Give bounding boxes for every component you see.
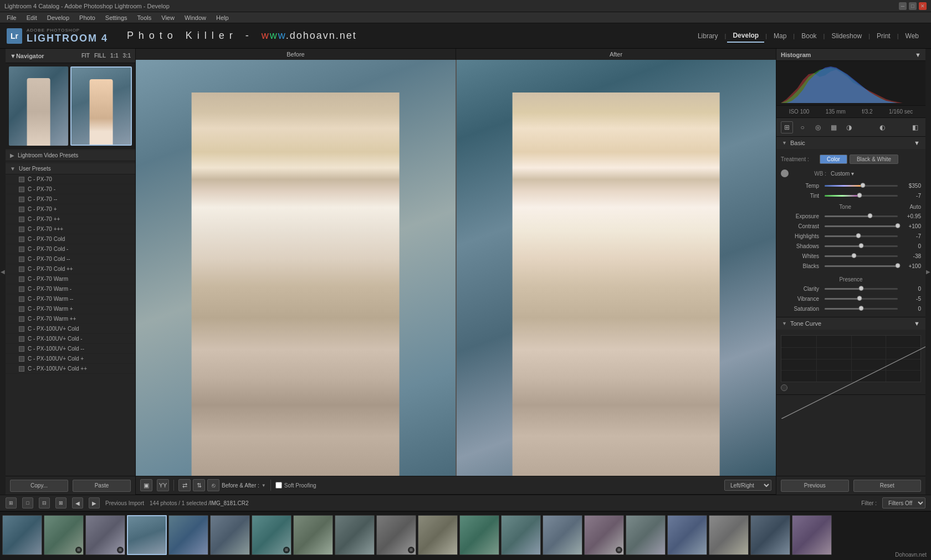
preset-item-16[interactable]: C - PX-100UV+ Cold <box>6 324 135 334</box>
right-edge-collapse[interactable]: ▶ <box>925 49 931 495</box>
wb-eyedropper-icon[interactable] <box>781 169 789 177</box>
preset-item-13[interactable]: C - PX-70 Warm -- <box>6 294 135 304</box>
tone-auto-btn[interactable]: Auto <box>909 204 921 210</box>
module-map[interactable]: Map <box>768 30 792 42</box>
film-thumb-19[interactable] <box>750 515 790 555</box>
next-photo-btn[interactable]: ▶ <box>89 497 100 508</box>
film-thumb-9[interactable] <box>335 515 375 555</box>
module-slideshow[interactable]: Slideshow <box>826 30 867 42</box>
film-thumb-13[interactable] <box>501 515 541 555</box>
film-thumb-16[interactable] <box>626 515 666 555</box>
adjust-brush-tool[interactable]: ◐ <box>858 121 906 133</box>
histogram-expand-icon[interactable]: ▼ <box>915 52 921 58</box>
preset-item-6[interactable]: C - PX-70 +++ <box>6 224 135 234</box>
before-after-tool[interactable]: ◧ <box>909 121 921 133</box>
crop-tool[interactable]: ⊞ <box>781 121 793 133</box>
graduated-filter-tool[interactable]: ▦ <box>827 121 840 133</box>
film-thumb-6[interactable] <box>210 515 250 555</box>
film-thumb-5[interactable] <box>168 515 208 555</box>
nav-thumb-after[interactable] <box>70 66 132 146</box>
zoom-1-1[interactable]: 1:1 <box>110 53 118 59</box>
maximize-btn[interactable]: □ <box>909 2 917 10</box>
spot-removal-tool[interactable]: ○ <box>796 121 809 133</box>
module-print[interactable]: Print <box>871 30 896 42</box>
view-side-btn[interactable]: YY <box>157 479 169 491</box>
tone-curve-canvas[interactable] <box>781 335 921 382</box>
zoom-fit[interactable]: FIT <box>81 53 90 59</box>
preset-item-4[interactable]: C - PX-70 + <box>6 204 135 214</box>
film-thumb-12[interactable] <box>459 515 499 555</box>
film-thumb-10[interactable]: ⊞ <box>376 515 416 555</box>
menu-help[interactable]: Help <box>212 13 233 22</box>
clarity-slider[interactable] <box>825 288 898 290</box>
zoom-fill[interactable]: FILL <box>94 53 106 59</box>
preset-section-user-header[interactable]: ▼ User Presets <box>6 163 135 174</box>
basic-section-header[interactable]: ▼ Basic ▼ <box>776 137 925 149</box>
exposure-slider[interactable] <box>825 215 898 217</box>
film-thumb-1[interactable] <box>2 515 42 555</box>
prev-photo-btn[interactable]: ◀ <box>72 497 83 508</box>
tone-curve-header[interactable]: ▼ Tone Curve ▼ <box>776 317 925 330</box>
film-thumb-3[interactable]: ⊞ <box>85 515 125 555</box>
nav-thumb-before[interactable] <box>9 66 68 146</box>
zoom-3-1[interactable]: 3:1 <box>123 53 131 59</box>
preset-item-10[interactable]: C - PX-70 Cold ++ <box>6 264 135 274</box>
left-edge-collapse[interactable]: ◀ <box>0 49 6 495</box>
preset-item-20[interactable]: C - PX-100UV+ Cold ++ <box>6 364 135 374</box>
highlights-slider[interactable] <box>825 235 898 237</box>
preset-item-19[interactable]: C - PX-100UV+ Cold + <box>6 354 135 364</box>
preset-item-12[interactable]: C - PX-70 Warm - <box>6 284 135 294</box>
blacks-slider[interactable] <box>825 265 898 267</box>
redeye-tool[interactable]: ◎ <box>812 121 824 133</box>
menu-file[interactable]: File <box>2 13 21 22</box>
shadows-slider[interactable] <box>825 245 898 247</box>
film-thumb-4[interactable] <box>127 515 167 555</box>
module-web[interactable]: Web <box>900 30 924 42</box>
preset-item-2[interactable]: C - PX-70 - <box>6 184 135 194</box>
wb-value[interactable]: Custom ▾ <box>831 171 854 177</box>
film-thumb-14[interactable] <box>543 515 582 555</box>
whites-slider[interactable] <box>825 255 898 257</box>
preset-item-8[interactable]: C - PX-70 Cold - <box>6 244 135 254</box>
close-btn[interactable]: ✕ <box>919 2 927 10</box>
view-single-btn[interactable]: ▣ <box>140 479 152 491</box>
filmstrip-view-btn[interactable]: ⊟ <box>39 497 50 508</box>
module-develop[interactable]: Develop <box>727 29 764 43</box>
grid-view-btn[interactable]: ⊞ <box>6 497 17 508</box>
preset-item-11[interactable]: C - PX-70 Warm <box>6 274 135 284</box>
preset-item-1[interactable]: C - PX-70 <box>6 174 135 184</box>
minimize-btn[interactable]: ─ <box>899 2 907 10</box>
preset-item-3[interactable]: C - PX-70 -- <box>6 194 135 204</box>
reset-button[interactable]: Reset <box>853 480 922 492</box>
tint-slider[interactable] <box>825 195 898 197</box>
navigator-toggle[interactable]: ▼ <box>10 53 16 59</box>
film-thumb-20[interactable] <box>792 515 832 555</box>
preset-item-7[interactable]: C - PX-70 Cold <box>6 234 135 244</box>
preset-item-18[interactable]: C - PX-100UV+ Cold -- <box>6 344 135 354</box>
menu-settings[interactable]: Settings <box>101 13 132 22</box>
menu-window[interactable]: Window <box>180 13 211 22</box>
soft-proofing-checkbox[interactable] <box>275 482 282 489</box>
film-thumb-2[interactable]: ⊞ <box>44 515 84 555</box>
ba-swap-btn[interactable]: ⇄ <box>178 479 191 491</box>
filter-dropdown[interactable]: Filters Off Rated Flagged <box>882 497 925 508</box>
preset-item-5[interactable]: C - PX-70 ++ <box>6 214 135 224</box>
film-thumb-11[interactable] <box>418 515 458 555</box>
preset-item-17[interactable]: C - PX-100UV+ Cold - <box>6 334 135 344</box>
bw-btn[interactable]: Black & White <box>850 155 898 164</box>
radial-filter-tool[interactable]: ◑ <box>843 121 855 133</box>
preset-item-9[interactable]: C - PX-70 Cold -- <box>6 254 135 264</box>
loupe-view-btn[interactable]: □ <box>22 497 33 508</box>
ba-sync-btn[interactable]: ⇅ <box>193 479 205 491</box>
color-btn[interactable]: Color <box>820 155 847 164</box>
module-library[interactable]: Library <box>692 30 724 42</box>
preset-item-14[interactable]: C - PX-70 Warm + <box>6 304 135 314</box>
previous-button[interactable]: Previous <box>781 480 849 492</box>
menu-tools[interactable]: Tools <box>133 13 156 22</box>
copy-button[interactable]: Copy... <box>10 480 68 492</box>
film-thumb-18[interactable] <box>709 515 749 555</box>
survey-view-btn[interactable]: ⊠ <box>55 497 66 508</box>
ba-copy-btn[interactable]: ⎋ <box>207 479 219 491</box>
module-book[interactable]: Book <box>796 30 822 42</box>
menu-photo[interactable]: Photo <box>75 13 100 22</box>
